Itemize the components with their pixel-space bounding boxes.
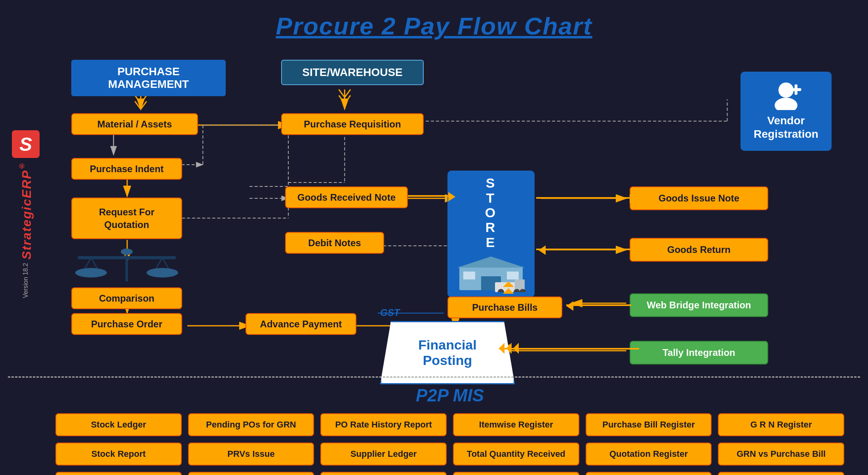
tally-integration-node[interactable]: Tally Integration bbox=[630, 341, 768, 365]
p2p-item[interactable]: Pending POs for GRN bbox=[188, 413, 314, 436]
p2p-grid: Stock LedgerPending POs for GRNPO Rate H… bbox=[48, 413, 852, 475]
svg-rect-50 bbox=[463, 272, 475, 279]
debit-notes-node[interactable]: Debit Notes bbox=[285, 232, 384, 254]
p2p-item[interactable]: PO vs GRN Analysis bbox=[453, 472, 579, 475]
comparison-node[interactable]: Comparison bbox=[71, 287, 182, 309]
vendor-registration-box: VendorRegistration bbox=[740, 72, 832, 151]
p2p-section: P2P MIS Stock LedgerPending POs for GRNP… bbox=[8, 376, 860, 475]
goods-issue-note-node[interactable]: Goods Issue Note bbox=[630, 186, 768, 210]
p2p-item[interactable]: Purchase Bill Register bbox=[586, 413, 712, 436]
p2p-item[interactable]: PRVs Issue bbox=[188, 443, 314, 466]
svg-marker-48 bbox=[457, 256, 525, 268]
p2p-item[interactable]: PO Rate History Report bbox=[320, 413, 447, 436]
store-to-return-line bbox=[536, 249, 631, 250]
p2p-item[interactable]: Stock Report bbox=[55, 443, 182, 466]
tally-to-fp-line bbox=[499, 348, 639, 350]
p2p-item[interactable]: Total Quantity Received bbox=[453, 443, 579, 466]
flow-area: S StrategicERP® Version 18.2 bbox=[8, 52, 860, 376]
store-letters: STORE bbox=[485, 176, 497, 250]
svg-rect-51 bbox=[507, 272, 519, 279]
wb-to-pb-arrowhead bbox=[566, 301, 573, 311]
purchase-order-node[interactable]: Purchase Order bbox=[71, 313, 182, 335]
flow-content: PURCHASE MANAGEMENT SITE/WAREHOUSE Mater… bbox=[48, 52, 860, 376]
grn-to-store-arrowhead bbox=[448, 192, 455, 201]
side-logo: S StrategicERP® Version 18.2 bbox=[8, 52, 44, 376]
store-to-bills-arrows bbox=[503, 281, 514, 294]
p2p-item[interactable]: Pending PRs bbox=[55, 472, 182, 475]
p2p-item[interactable]: Purchase Order Register bbox=[320, 472, 447, 475]
balance-scale-icon bbox=[71, 246, 182, 285]
version-label: Version 18.2 bbox=[22, 263, 29, 298]
store-to-gin-line bbox=[536, 197, 631, 199]
grn-node[interactable]: Goods Received Note bbox=[285, 186, 408, 208]
p2p-item[interactable]: Goods Received Register bbox=[188, 472, 314, 475]
store-box: STORE bbox=[447, 171, 535, 297]
svg-point-43 bbox=[75, 268, 107, 277]
tally-chevrons bbox=[499, 343, 519, 354]
purchase-management-header: PURCHASE MANAGEMENT bbox=[71, 60, 226, 96]
goods-return-node[interactable]: Goods Return bbox=[630, 238, 768, 262]
p2p-item[interactable]: PR vs PO vs GRN vs PB bbox=[586, 472, 712, 475]
financial-posting-node: Financial Posting bbox=[380, 321, 515, 384]
purchase-indent-node[interactable]: Purchase Indent bbox=[71, 158, 182, 180]
material-assets-node[interactable]: Material / Assets bbox=[71, 113, 198, 135]
p2p-item[interactable]: Stock Ledger bbox=[55, 413, 182, 436]
web-bridge-integration-node[interactable]: Web Bridge Integration bbox=[630, 293, 768, 317]
gst-label: GST bbox=[380, 307, 400, 318]
p2p-item[interactable]: Itemwise Register bbox=[453, 413, 579, 436]
vendor-registration-label: VendorRegistration bbox=[754, 114, 818, 141]
purchase-bills-node[interactable]: Purchase Bills bbox=[447, 296, 562, 318]
page-title: Procure 2 Pay Flow Chart bbox=[8, 8, 860, 52]
p2p-item[interactable]: Supplier Ledger bbox=[320, 443, 447, 466]
purchase-requisition-node[interactable]: Purchase Requisition bbox=[281, 113, 424, 135]
p2p-item[interactable]: G R N Register bbox=[718, 413, 844, 436]
grn-to-store-arrow bbox=[408, 195, 450, 197]
svg-point-40 bbox=[121, 249, 133, 255]
main-container: Procure 2 Pay Flow Chart S StrategicERP®… bbox=[0, 0, 868, 475]
store-to-gin-arrowhead bbox=[630, 194, 637, 203]
logo-s-letter: S bbox=[19, 133, 32, 155]
svg-point-58 bbox=[775, 98, 798, 110]
svg-point-46 bbox=[147, 268, 178, 277]
rfq-node[interactable]: Request For Quotation bbox=[71, 198, 182, 239]
brand-name: StrategicERP® bbox=[18, 161, 34, 260]
wb-to-pb-line bbox=[566, 304, 631, 306]
p2p-item[interactable]: Purchase Register bbox=[718, 472, 844, 475]
site-warehouse-header: SITE/WAREHOUSE bbox=[281, 60, 424, 85]
p2p-item[interactable]: Quotation Register bbox=[586, 443, 712, 466]
svg-rect-60 bbox=[791, 88, 801, 91]
store-to-return-arrowhead bbox=[539, 245, 546, 255]
p2p-title: P2P MIS bbox=[48, 386, 852, 405]
advance-payment-node[interactable]: Advance Payment bbox=[246, 313, 356, 335]
p2p-item[interactable]: GRN vs Purchase Bill bbox=[718, 443, 844, 466]
